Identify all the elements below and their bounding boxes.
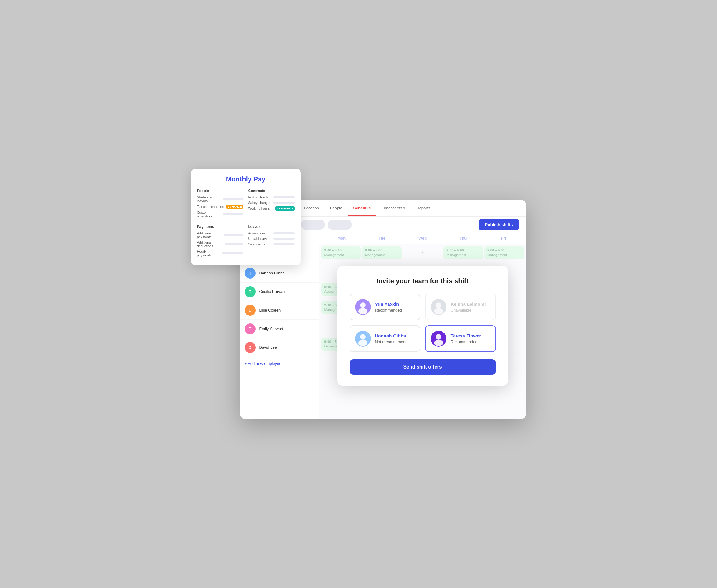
list-item[interactable]: Unpaid leave [248, 237, 294, 240]
row-label: Salary changes [248, 201, 271, 205]
candidate-name: Yun Yaxkin [375, 301, 402, 307]
row-label: Edit contracts [248, 195, 269, 199]
candidate-card-keisha[interactable]: Keisha Leimomi Unavailable [425, 294, 496, 320]
svg-point-1 [360, 302, 366, 308]
list-item[interactable]: Additional deductions [197, 240, 243, 248]
candidate-card-hannah[interactable]: Hannah Gibbs Not recommended [349, 325, 420, 352]
row-label: Working hours [248, 207, 270, 210]
svg-point-7 [360, 334, 366, 340]
avatar-image [431, 299, 447, 315]
row-label: Custom reminders [197, 211, 223, 218]
employee-row[interactable]: H Hannah Gibbs [240, 264, 319, 282]
row-label: Unpaid leave [248, 237, 268, 240]
toolbar-filter-3 [301, 220, 325, 230]
pay-items-title: Pay items [197, 225, 243, 229]
publish-shifts-button[interactable]: Publish shifts [479, 219, 519, 230]
leaves-section-title: Leaves [248, 225, 294, 229]
svg-point-4 [436, 302, 441, 308]
employee-name: Lillie Coleen [259, 308, 281, 312]
row-label: Additional deductions [197, 240, 225, 248]
row-bar [222, 252, 243, 254]
avatar [431, 299, 447, 315]
list-item[interactable]: Custom reminders [197, 211, 243, 218]
row-label: Sick leaves [248, 242, 265, 246]
candidate-card-yun[interactable]: Yun Yaxkin Recommended [349, 294, 420, 320]
avatar: C [245, 286, 255, 297]
nav-location[interactable]: Location [299, 200, 324, 216]
contracts-section: Contracts Edit contracts Salary changes … [248, 189, 294, 220]
row-bar [223, 198, 243, 200]
avatar-image [431, 331, 447, 346]
candidate-status: Not recommended [375, 340, 408, 344]
svg-point-10 [436, 334, 441, 340]
monthly-pay-title: Monthly Pay [197, 175, 294, 183]
add-employee-link[interactable]: + Add new employee [240, 357, 319, 370]
avatar: E [245, 323, 255, 334]
row-label: Starters & leavers [197, 195, 223, 203]
monthly-pay-card: Monthly Pay People Starters & leavers Ta… [191, 169, 301, 265]
leaves-section: Leaves Annual leave Unpaid leave Sick le… [248, 225, 294, 259]
send-shift-offers-button[interactable]: Send shift offers [349, 359, 496, 375]
row-bar [273, 238, 294, 239]
candidate-name: Teresa Flower [451, 333, 481, 338]
avatar-image [355, 331, 371, 346]
avatar [355, 331, 371, 346]
people-section: People Starters & leavers Tax code chang… [197, 189, 243, 220]
employee-name: Hannah Gibbs [259, 271, 285, 275]
svg-point-8 [358, 340, 368, 346]
candidate-card-teresa[interactable]: Teresa Flower Recommended [425, 325, 496, 352]
svg-point-2 [358, 308, 368, 314]
avatar-image [355, 299, 371, 315]
candidate-status: Recommended [375, 308, 402, 312]
candidate-status: Unavailable [451, 308, 486, 312]
list-item[interactable]: Annual leave [248, 231, 294, 235]
employee-row[interactable]: C Cecilio Parvan [240, 282, 319, 301]
row-bar [273, 243, 294, 245]
avatar: L [245, 305, 255, 316]
row-label: Annual leave [248, 231, 268, 235]
list-item[interactable]: Additional payments [197, 231, 243, 239]
nav-people[interactable]: People [325, 200, 347, 216]
candidate-info: Keisha Leimomi Unavailable [451, 301, 486, 312]
employee-row[interactable]: E Emily Stewart [240, 320, 319, 338]
candidate-name: Keisha Leimomi [451, 301, 486, 307]
avatar [431, 331, 447, 346]
row-label: Additional payments [197, 231, 224, 239]
invite-modal: Invite your team for this shift [337, 266, 508, 385]
candidate-name: Hannah Gibbs [375, 333, 408, 338]
list-item[interactable]: Sick leaves [248, 242, 294, 246]
candidates-grid: Yun Yaxkin Recommended [349, 294, 496, 352]
list-item[interactable]: Salary changes [248, 201, 294, 205]
svg-point-11 [434, 340, 443, 346]
employee-name: Cecilio Parvan [259, 289, 285, 294]
candidate-info: Yun Yaxkin Recommended [375, 301, 402, 312]
avatar: H [245, 268, 255, 279]
row-bar [223, 213, 243, 215]
employee-row[interactable]: L Lillie Coleen [240, 301, 319, 320]
employee-name: David Lee [259, 345, 277, 350]
pay-items-section: Pay items Additional payments Additional… [197, 225, 243, 259]
people-section-title: People [197, 189, 243, 193]
list-item[interactable]: Starters & leavers [197, 195, 243, 203]
candidate-status: Recommended [451, 340, 481, 344]
row-label: Tax code changes [197, 205, 224, 209]
change-badge: 1 CHANGE [226, 205, 243, 209]
row-bar [273, 232, 294, 234]
candidate-info: Teresa Flower Recommended [451, 333, 481, 344]
row-bar [273, 202, 294, 204]
nav-schedule[interactable]: Schedule [348, 200, 376, 216]
schedule-area: Mon Tue Wed Thu Fri 9:00 – 5:00 Manageme… [319, 233, 526, 419]
list-item[interactable]: Working hours 2 CHANGES [248, 206, 294, 211]
nav-timesheets[interactable]: Timesheets ▾ [377, 200, 410, 216]
employee-row[interactable]: D David Lee [240, 338, 319, 357]
modal-overlay: Invite your team for this shift [319, 233, 526, 419]
employee-name: Emily Stewart [259, 327, 283, 331]
list-item[interactable]: Tax code changes 1 CHANGE [197, 205, 243, 209]
avatar [355, 299, 371, 315]
list-item[interactable]: Hourly payments [197, 250, 243, 257]
modal-title: Invite your team for this shift [349, 277, 496, 285]
nav-reports[interactable]: Reports [411, 200, 435, 216]
row-bar [225, 243, 243, 245]
list-item[interactable]: Edit contracts [248, 195, 294, 199]
contracts-section-title: Contracts [248, 189, 294, 193]
